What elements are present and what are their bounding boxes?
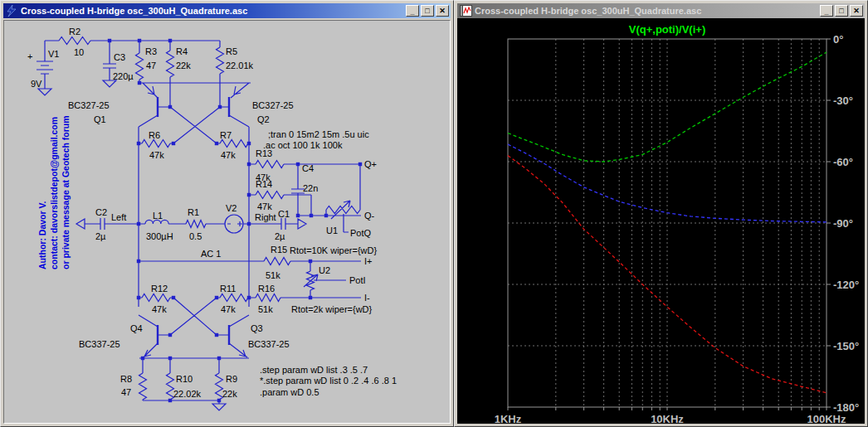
- minimize-button[interactable]: _: [820, 5, 833, 17]
- schematic.c2.name: C2: [95, 207, 107, 217]
- schematic.q3.name: Q3: [251, 323, 263, 333]
- schematic.directives.step1: .step param wD list .3 .5 .7: [260, 365, 368, 375]
- red-trace[interactable]: [508, 156, 827, 393]
- close-button[interactable]: ✕: [850, 5, 863, 17]
- schematic.u1.value: Rtot=10K wiper={wD}: [290, 245, 377, 255]
- schematic.q2.name: Q2: [257, 114, 270, 124]
- schematic.r5.value: 22.01k: [226, 61, 254, 70]
- schematic.l1.name: L1: [153, 211, 163, 221]
- schematic.r15.name: R15: [271, 245, 287, 255]
- schematic.r4.value: 22k: [176, 61, 191, 70]
- schematic.ports.ip: I+: [364, 256, 372, 266]
- y-axis-tick-label: 0°: [833, 33, 843, 46]
- schematic.r12.name: R12: [151, 284, 168, 294]
- schematic.ports.qm: Q-: [364, 211, 375, 221]
- schematic-titlebar[interactable]: Cross-coupled H-bridge osc_300uH_Quadrat…: [3, 3, 451, 18]
- y-axis-tick-label: -30°: [833, 95, 853, 107]
- chart-svg[interactable]: 1KHz10KHz100KHz0°-30°-60°-90°-120°-150°-…: [457, 18, 865, 424]
- author-note-line: contact: davorslistdepot@gmail.com: [49, 117, 59, 269]
- schematic.r16.name: R16: [258, 284, 275, 294]
- waveform-doc-icon: [459, 5, 472, 17]
- schematic.u1.net: PotQ: [350, 228, 372, 238]
- schematic.l1.value: 300µH: [146, 231, 173, 241]
- chart-grid: [508, 39, 831, 410]
- window-title: Cross-coupled H-bridge osc_300uH_Quadrat…: [21, 6, 403, 16]
- schematic-wires[interactable]: [37, 37, 362, 411]
- schematic-canvas[interactable]: +V19VR210C3220µR347R422kR522.01kBC327-25…: [3, 20, 451, 424]
- schematic.c1.value: 2µ: [275, 231, 285, 241]
- schematic.r16.value: 51k: [258, 304, 273, 314]
- schematic.q4.name: Q4: [130, 323, 143, 333]
- minimize-button[interactable]: _: [406, 5, 419, 17]
- schematic.q4.value: BC337-25: [79, 339, 120, 349]
- schematic.r14.name: R14: [256, 179, 272, 189]
- maximize-button[interactable]: □: [835, 5, 848, 17]
- waveform-window: Cross-coupled H-bridge osc_300uH_Quadrat…: [454, 0, 868, 427]
- schematic.c4.name: C4: [302, 163, 314, 173]
- schematic.r15.value: 51k: [266, 270, 280, 280]
- schematic.u2.name: U2: [319, 265, 330, 275]
- x-axis-tick-label: 1KHz: [495, 413, 522, 424]
- schematic.v2.name: V2: [226, 203, 237, 213]
- schematic.q3.value: BC337-25: [248, 339, 290, 349]
- schematic.c3.value: 220µ: [113, 71, 134, 81]
- schematic.u2.value: Rtot=2k wiper={wD}: [291, 304, 373, 314]
- close-button[interactable]: ✕: [436, 5, 449, 17]
- schematic.r3.name: R3: [145, 46, 157, 56]
- schematic.ports.im: I-: [364, 293, 370, 303]
- y-axis-tick-label: -120°: [833, 279, 859, 291]
- schematic.r7.name: R7: [220, 130, 232, 140]
- schematic.ports.left: Left: [111, 212, 126, 222]
- schematic.directives.ac: .ac oct 100 1k 100k: [263, 140, 343, 150]
- schematic-doc-icon: [5, 5, 18, 17]
- schematic.r9.name: R9: [226, 374, 237, 384]
- schematic.v2.value: AC 1: [201, 249, 221, 259]
- schematic.r9.value: 22k: [222, 389, 237, 399]
- schematic.u1.name: U1: [326, 226, 338, 235]
- schematic.r10.value: 22.02k: [173, 389, 202, 399]
- window-title: Cross-coupled H-bridge osc_300uH_Quadrat…: [475, 6, 817, 16]
- schematic.r1.value: 0.5: [189, 231, 202, 241]
- schematic.directives.step2: *.step param wD list 0 .2 .4 .6 .8 1: [260, 376, 397, 386]
- schematic.q1.name: Q1: [94, 114, 106, 124]
- schematic.v1.plus: +: [27, 51, 32, 61]
- schematic.u2.net: PotI: [349, 275, 366, 285]
- schematic.c1.name: C1: [278, 209, 290, 219]
- schematic.r1.name: R1: [188, 207, 199, 217]
- schematic.c2.value: 2µ: [95, 231, 106, 241]
- schematic.r6.name: R6: [149, 130, 160, 140]
- schematic.c4.value: 22n: [303, 183, 318, 193]
- schematic.q1.value: BC327-25: [68, 100, 110, 110]
- schematic-svg[interactable]: +V19VR210C3220µR347R422kR522.01kBC327-25…: [4, 21, 451, 424]
- schematic.c3.name: C3: [114, 52, 125, 62]
- schematic.r11.value: 47k: [221, 304, 236, 314]
- y-axis-tick-label: -60°: [833, 156, 853, 168]
- schematic.r3.value: 47: [146, 61, 156, 70]
- schematic.r4.name: R4: [176, 46, 188, 56]
- schematic.directives.tran: ;tran 0 15m2 15m .5u uic: [268, 129, 369, 139]
- schematic.r2.value: 10: [74, 47, 84, 57]
- waveform-titlebar[interactable]: Cross-coupled H-bridge osc_300uH_Quadrat…: [457, 3, 865, 18]
- schematic.directives.param: .param wD 0.5: [260, 387, 319, 397]
- schematic.r8.name: R8: [120, 374, 132, 384]
- schematic.r7.value: 47k: [221, 150, 236, 160]
- schematic.ports.qp: Q+: [364, 159, 377, 169]
- x-axis-tick-label: 10KHz: [651, 413, 684, 424]
- y-axis-tick-label: -150°: [833, 340, 859, 352]
- schematic.r2.name: R2: [69, 27, 80, 36]
- schematic-window: Cross-coupled H-bridge osc_300uH_Quadrat…: [0, 0, 454, 427]
- y-axis-tick-label: -180°: [833, 401, 859, 414]
- schematic.r10.name: R10: [176, 374, 193, 384]
- schematic-labels[interactable]: +V19VR210C3220µR347R422kR522.01kBC327-25…: [27, 27, 397, 399]
- schematic.r12.value: 47k: [152, 304, 167, 314]
- author-note-line: or private message at Geotech forum: [61, 115, 71, 269]
- waveform-pane[interactable]: 1KHz10KHz100KHz0°-30°-60°-90°-120°-150°-…: [457, 18, 865, 424]
- maximize-button[interactable]: □: [421, 5, 434, 17]
- schematic.r13.name: R13: [256, 148, 272, 158]
- chart-title: V(q+,poti)/V(i+): [629, 23, 705, 36]
- schematic.q2.value: BC327-25: [252, 100, 294, 110]
- schematic.r11.name: R11: [220, 284, 236, 294]
- schematic.r5.name: R5: [226, 46, 237, 56]
- author-note-line: Author: Davor V.: [37, 201, 47, 269]
- schematic.v1.name: V1: [48, 49, 59, 59]
